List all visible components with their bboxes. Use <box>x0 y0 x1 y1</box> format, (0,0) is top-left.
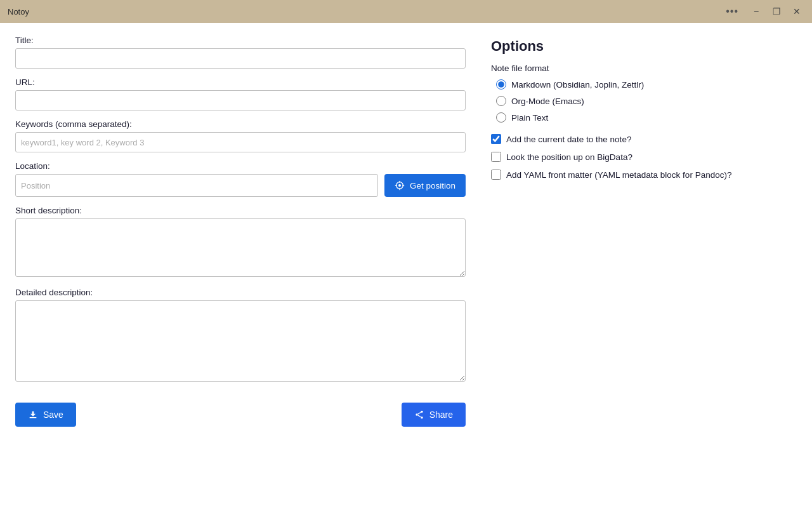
left-panel: Title: URL: Keywords (comma separated): … <box>15 36 466 495</box>
app-title: Notoy <box>8 7 29 17</box>
radio-markdown-input[interactable] <box>496 79 506 90</box>
url-label: URL: <box>15 77 466 87</box>
options-title: Options <box>491 38 797 55</box>
svg-point-3 <box>416 413 417 415</box>
title-input[interactable] <box>15 48 466 69</box>
titlebar: Notoy ••• − ❐ ✕ <box>0 0 812 23</box>
close-button[interactable]: ✕ <box>789 4 804 19</box>
lookup-bigdata-item: Look the position up on BigData? <box>491 152 797 162</box>
radio-plaintext-label: Plain Text <box>511 113 548 123</box>
add-date-label[interactable]: Add the current date to the note? <box>506 135 631 144</box>
save-button[interactable]: Save <box>15 403 76 427</box>
more-options-icon[interactable]: ••• <box>726 6 738 17</box>
maximize-button[interactable]: ❐ <box>769 4 784 19</box>
short-desc-label: Short description: <box>15 206 466 215</box>
location-group: Location: Get position <box>15 161 466 197</box>
bottom-buttons: Save Share <box>15 403 466 427</box>
keywords-group: Keywords (comma separated): <box>15 119 466 152</box>
title-label: Title: <box>15 36 466 45</box>
svg-point-2 <box>421 411 422 413</box>
radio-orgmode-label: Org-Mode (Emacs) <box>511 97 584 106</box>
location-input[interactable] <box>15 174 378 197</box>
keywords-label: Keywords (comma separated): <box>15 119 466 129</box>
short-desc-group: Short description: <box>15 206 466 279</box>
title-group: Title: <box>15 36 466 69</box>
short-desc-input[interactable] <box>15 218 466 277</box>
minimize-button[interactable]: − <box>749 4 764 19</box>
url-input[interactable] <box>15 90 466 110</box>
lookup-bigdata-checkbox[interactable] <box>491 152 501 162</box>
options-checkboxes: Add the current date to the note? Look t… <box>491 134 797 180</box>
svg-line-5 <box>417 412 421 414</box>
right-panel: Options Note file format Markdown (Obsid… <box>491 36 797 495</box>
share-button[interactable]: Share <box>402 403 466 427</box>
location-label: Location: <box>15 161 466 171</box>
svg-point-0 <box>398 184 401 187</box>
main-content: Title: URL: Keywords (comma separated): … <box>0 23 812 508</box>
radio-orgmode-input[interactable] <box>496 96 506 106</box>
radio-plaintext[interactable]: Plain Text <box>496 112 797 123</box>
share-label: Share <box>429 410 453 420</box>
radio-plaintext-input[interactable] <box>496 112 506 123</box>
radio-orgmode[interactable]: Org-Mode (Emacs) <box>496 96 797 106</box>
url-group: URL: <box>15 77 466 110</box>
note-file-format-label: Note file format <box>491 64 797 73</box>
share-icon <box>414 410 424 420</box>
yaml-front-matter-item: Add YAML front matter (YAML metadata blo… <box>491 170 797 180</box>
svg-line-6 <box>417 415 421 417</box>
lookup-bigdata-label[interactable]: Look the position up on BigData? <box>506 152 632 162</box>
save-icon <box>28 410 38 420</box>
detailed-desc-group: Detailed description: <box>15 288 466 384</box>
detailed-desc-input[interactable] <box>15 300 466 382</box>
location-row: Get position <box>15 174 466 197</box>
add-date-item: Add the current date to the note? <box>491 134 797 144</box>
add-date-checkbox[interactable] <box>491 134 501 144</box>
yaml-front-matter-checkbox[interactable] <box>491 170 501 180</box>
format-radio-group: Markdown (Obsidian, Joplin, Zettlr) Org-… <box>491 79 797 123</box>
detailed-desc-label: Detailed description: <box>15 288 466 297</box>
get-position-button[interactable]: Get position <box>384 174 466 197</box>
get-position-label: Get position <box>410 181 455 190</box>
window-controls: ••• − ❐ ✕ <box>726 4 804 19</box>
save-label: Save <box>43 410 63 420</box>
yaml-front-matter-label[interactable]: Add YAML front matter (YAML metadata blo… <box>506 170 731 180</box>
radio-markdown-label: Markdown (Obsidian, Joplin, Zettlr) <box>511 80 644 90</box>
target-icon <box>395 180 405 190</box>
radio-markdown[interactable]: Markdown (Obsidian, Joplin, Zettlr) <box>496 79 797 90</box>
keywords-input[interactable] <box>15 132 466 152</box>
svg-point-4 <box>421 417 422 418</box>
